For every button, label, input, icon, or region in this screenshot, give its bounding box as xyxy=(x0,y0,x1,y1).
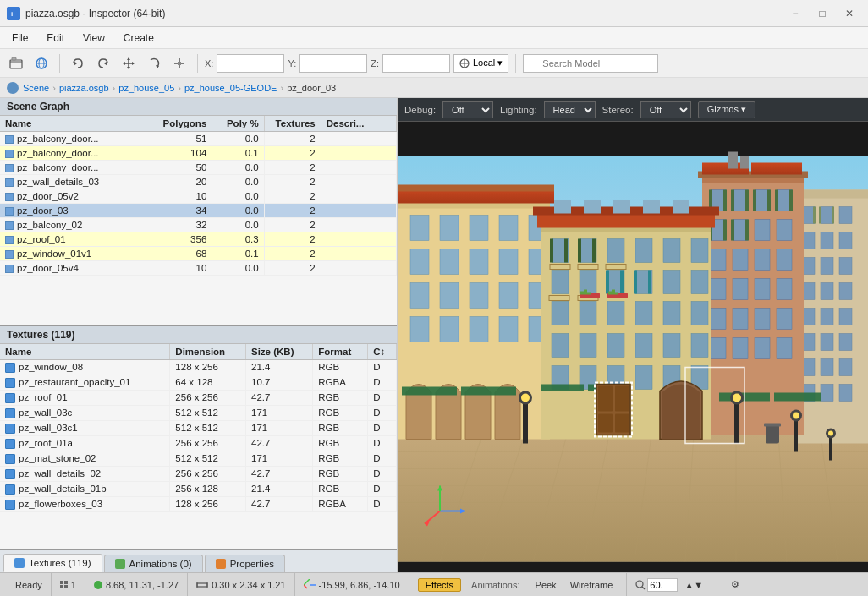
svg-rect-82 xyxy=(755,220,770,241)
svg-rect-168 xyxy=(691,334,708,358)
svg-rect-152 xyxy=(580,271,596,294)
toolbar-redo-button[interactable] xyxy=(92,52,114,74)
svg-point-202 xyxy=(521,394,530,402)
table-row[interactable]: pz_roof_01 356 0.3 2 xyxy=(0,232,397,247)
zoom-stepper[interactable]: ▲▼ xyxy=(679,579,708,591)
svg-rect-56 xyxy=(802,334,815,351)
svg-rect-180 xyxy=(550,239,553,263)
table-row[interactable]: pz_balcony_door... 50 0.0 2 xyxy=(0,161,397,175)
gizmos-button[interactable]: Gizmos ▾ xyxy=(698,101,755,118)
close-button[interactable]: ✕ xyxy=(838,5,861,22)
table-row[interactable]: pz_door_03 34 0.0 2 xyxy=(0,204,397,218)
toolbar-undo-button[interactable] xyxy=(67,52,89,74)
wireframe-button[interactable]: Wireframe xyxy=(565,579,618,591)
list-item[interactable]: pz_flowerboxes_03 128 x 256 42.7 RGBA D xyxy=(0,496,397,511)
table-row[interactable]: pz_door_05v2 10 0.0 2 xyxy=(0,189,397,204)
toolbar-scale-button[interactable] xyxy=(168,52,190,74)
tab-properties[interactable]: Properties xyxy=(205,555,285,572)
stereo-dropdown[interactable]: Off xyxy=(640,101,691,118)
menu-file[interactable]: File xyxy=(3,30,36,46)
svg-rect-64 xyxy=(839,385,852,402)
debug-label: Debug: xyxy=(404,105,436,115)
breadcrumb-scene[interactable]: Scene xyxy=(23,83,49,93)
z-input[interactable] xyxy=(382,54,450,73)
breadcrumb-sep-1: › xyxy=(52,83,56,93)
scene-graph-table[interactable]: Name Polygons Poly % Textures Descri... … xyxy=(0,116,397,325)
svg-marker-11 xyxy=(123,62,125,65)
svg-rect-161 xyxy=(663,302,680,325)
lighting-dropdown[interactable]: Head xyxy=(544,101,596,118)
table-row[interactable]: pz_window_01v1 68 0.1 2 xyxy=(0,247,397,261)
menu-create[interactable]: Create xyxy=(115,30,162,46)
minimize-button[interactable]: − xyxy=(783,5,807,22)
x-input[interactable] xyxy=(217,54,284,73)
list-item[interactable]: pz_roof_01a 256 x 256 42.7 RGB D xyxy=(0,435,397,451)
list-item[interactable]: pz_roof_01 256 x 256 42.7 RGB D xyxy=(0,390,397,405)
effects-button[interactable]: Effects xyxy=(418,578,461,592)
search-input[interactable] xyxy=(523,54,658,73)
svg-rect-197 xyxy=(598,414,613,433)
svg-rect-97 xyxy=(733,338,748,359)
settings-button[interactable]: ⚙ xyxy=(726,578,744,591)
coord-z-group: Z: xyxy=(371,54,450,73)
debug-dropdown[interactable]: Off xyxy=(442,101,493,118)
list-item[interactable]: pz_wall_details_01b 256 x 128 21.4 RGB D xyxy=(0,481,397,496)
animations-status-button[interactable]: Animations: xyxy=(464,579,526,591)
tex-col-format: Format xyxy=(313,344,368,360)
svg-rect-188 xyxy=(402,387,457,396)
textures-table[interactable]: Name Dimension Size (KB) Format C↕ pz_wi… xyxy=(0,344,397,549)
svg-rect-123 xyxy=(470,249,488,275)
svg-rect-140 xyxy=(554,200,571,214)
svg-rect-162 xyxy=(691,302,708,325)
table-row[interactable]: pz_balcony_door... 104 0.1 2 xyxy=(0,146,397,161)
breadcrumb-file[interactable]: piazza.osgb xyxy=(59,83,109,93)
toolbar-globe-button[interactable] xyxy=(30,52,52,74)
scene-canvas xyxy=(398,122,868,572)
svg-rect-155 xyxy=(663,271,680,294)
sg-col-polypct: Poly % xyxy=(212,116,264,132)
properties-tab-label: Properties xyxy=(230,559,274,569)
menu-view[interactable]: View xyxy=(74,30,113,46)
svg-rect-88 xyxy=(711,279,726,300)
list-item[interactable]: pz_restaurant_opacity_01 64 x 128 10.7 R… xyxy=(0,375,397,390)
svg-line-232 xyxy=(304,579,310,585)
list-item[interactable]: pz_wall_03c 512 x 512 171 RGB D xyxy=(0,405,397,420)
tab-textures[interactable]: Textures (119) xyxy=(3,554,102,572)
sb-settings-section: ⚙ xyxy=(717,573,753,596)
svg-rect-52 xyxy=(839,283,852,300)
svg-rect-226 xyxy=(608,292,612,295)
table-row[interactable]: pz_balcony_02 32 0.0 2 xyxy=(0,218,397,232)
svg-rect-116 xyxy=(410,216,429,241)
svg-rect-224 xyxy=(584,290,587,295)
svg-rect-228 xyxy=(615,293,618,295)
svg-rect-66 xyxy=(813,207,816,224)
breadcrumb-geode[interactable]: pz_house_05-GEODE xyxy=(184,83,277,93)
toolbar-rotate-button[interactable] xyxy=(143,52,165,74)
breadcrumb-house[interactable]: pz_house_05 xyxy=(118,83,174,93)
zoom-input[interactable]: 60.0 xyxy=(647,578,678,592)
svg-rect-186 xyxy=(634,271,637,294)
tab-animations[interactable]: Animations (0) xyxy=(104,555,203,572)
list-item[interactable]: pz_wall_03c1 512 x 512 171 RGB D xyxy=(0,420,397,435)
table-row[interactable]: pz_balcony_door... 51 0.0 2 xyxy=(0,132,397,146)
svg-point-208 xyxy=(793,413,799,419)
svg-rect-42 xyxy=(821,207,833,224)
menu-edit[interactable]: Edit xyxy=(38,30,73,46)
svg-rect-150 xyxy=(691,239,708,263)
svg-rect-209 xyxy=(829,435,832,461)
table-row[interactable]: pz_wall_details_03 20 0.0 2 xyxy=(0,175,397,189)
maximize-button[interactable]: □ xyxy=(810,5,834,22)
svg-rect-91 xyxy=(777,279,792,300)
table-row[interactable]: pz_door_05v4 10 0.0 2 xyxy=(0,261,397,276)
toolbar-open-button[interactable] xyxy=(5,52,27,74)
toolbar-move-button[interactable] xyxy=(118,52,140,74)
y-input[interactable] xyxy=(299,54,367,73)
svg-rect-198 xyxy=(615,414,629,433)
svg-rect-43 xyxy=(839,207,852,224)
local-dropdown[interactable]: Local ▾ xyxy=(453,54,508,73)
list-item[interactable]: pz_window_08 128 x 256 21.4 RGB D xyxy=(0,360,397,375)
list-item[interactable]: pz_mat_stone_02 512 x 512 171 RGB D xyxy=(0,451,397,466)
peek-button[interactable]: Peek xyxy=(530,579,562,591)
window-title: piazza.osgb - Inspector (64-bit) xyxy=(25,8,783,19)
list-item[interactable]: pz_wall_details_02 256 x 256 42.7 RGB D xyxy=(0,466,397,481)
